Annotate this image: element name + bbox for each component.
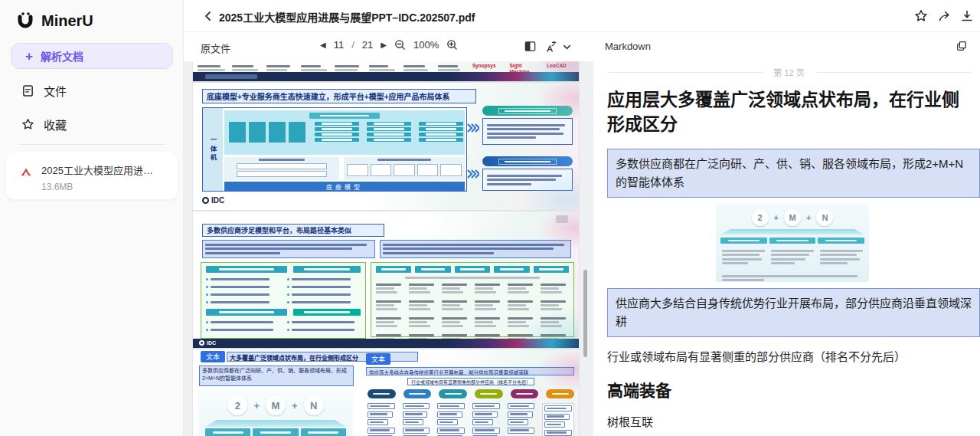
formula-panel: 2 + M + N (199, 389, 352, 436)
formula-circle: M (784, 209, 801, 226)
slide-title[interactable]: 多数供应商涉足模型和平台，布局路径基本类似 (202, 224, 384, 237)
markdown-highlight-block[interactable]: 供应商大多结合自身传统优势行业开展布局，部分供应商沿垂直领域深耕 (607, 288, 980, 337)
markdown-paragraph: 行业或领域布局有显著侧重的部分供应商（排名不分先后） (607, 348, 980, 364)
pdf-page-2[interactable]: 底座模型+专业服务商生态快速建立，形成平台+模型+应用产品布局体系 一体机 (193, 83, 579, 210)
markdown-highlight-block[interactable]: 多数供应商都在广泛向研、产、供、销、服各领域布局，形成2+M+N的智能体体系 (607, 149, 980, 198)
sidebar: MinerU + 解析文档 文件 收藏 2025工业大模型应用进展... 13 (0, 0, 184, 436)
chevron-down-icon[interactable] (562, 42, 576, 56)
back-button[interactable] (202, 10, 216, 24)
diagram-side-label: 一体机 (208, 136, 217, 163)
download-icon[interactable] (960, 9, 974, 23)
star-icon (21, 118, 34, 131)
file-icon (21, 84, 34, 97)
markdown-pane[interactable]: 第 12 页 应用层大多覆盖广泛领域点状布局，在行业侧形成区分 多数供应商都在广… (593, 61, 980, 436)
content-split: Synopsys Sight Machine LeoCAD 底座模型+专业服务商… (184, 61, 980, 436)
copy-icon[interactable] (956, 40, 969, 54)
left-capability-panel (201, 262, 366, 339)
pdf-page-4[interactable]: 文本 大多覆盖广泛领域点状布局，在行业侧形成区分 多数供应商都在广泛向研、产、供… (193, 349, 579, 436)
industry-vendor-stacks (368, 403, 574, 436)
idc-logo: IDC (199, 340, 216, 346)
slide-paragraph-box[interactable] (202, 240, 375, 258)
source-file-tab[interactable]: 原文件 (201, 41, 230, 55)
slide-footer-bar: IDC (193, 339, 579, 348)
main-area: 2025工业大模型应用进展与展望PPT–IDC.202507.pdf 原文件 ◀… (184, 0, 980, 436)
vendor-item: 树根互联 (607, 413, 980, 429)
pdf-page-1[interactable]: Synopsys Sight Machine LeoCAD (193, 61, 579, 81)
app-logo: MinerU (0, 0, 183, 31)
page-marker-row: 第 12 页 (607, 66, 980, 78)
pdf-page-3[interactable]: 多数供应商涉足模型和平台，布局路径基本类似 (193, 211, 579, 348)
formula-plus: + (774, 213, 779, 222)
page-current: 11 (334, 39, 345, 51)
formula-circle: M (266, 395, 286, 415)
pdf-viewer-pane[interactable]: Synopsys Sight Machine LeoCAD 底座模型+专业服务商… (184, 61, 593, 436)
slide-highlight-line[interactable]: 供应商大多结合自身传统优势行业开展布局，部分供应商沿垂直领域深耕 (366, 367, 574, 375)
markdown-heading: 应用层大多覆盖广泛领域点状布局，在行业侧形成区分 (607, 87, 973, 136)
formula-plus: + (253, 400, 260, 411)
formula-circle: 2 (227, 395, 247, 415)
favorite-star-icon[interactable] (914, 9, 928, 23)
sidebar-item-files[interactable]: 文件 (11, 77, 173, 104)
side-card-2 (482, 156, 573, 191)
formula-plus: + (292, 400, 298, 411)
chevron-arrow-icon (467, 123, 479, 133)
slide-paragraph-box[interactable]: 多数供应商都在广泛向研、产、供、销、服各领域布局，形成2+M+N的智能体体系 (199, 366, 354, 386)
page-total: 21 (362, 39, 373, 51)
formula-plus: + (806, 213, 811, 222)
markdown-subheading: 高端装备 (607, 378, 980, 401)
mineru-logo-icon (15, 11, 35, 31)
parse-document-label: 解析文档 (41, 48, 83, 64)
document-title: 2025工业大模型应用进展与展望PPT–IDC.202507.pdf (219, 9, 475, 25)
share-icon[interactable] (937, 9, 951, 23)
page-navigation: ◀ 11 / 21 ▶ 100% (320, 39, 458, 51)
pdf-file-icon (18, 166, 34, 181)
app-window: MinerU + 解析文档 文件 收藏 2025工业大模型应用进展... 13 (0, 0, 980, 436)
sidebar-item-favorites[interactable]: 收藏 (11, 110, 173, 138)
formula-circle: N (304, 395, 324, 415)
translate-icon[interactable] (545, 40, 559, 54)
prev-page-icon[interactable]: ◀ (320, 41, 326, 49)
file-name: 2025工业大模型应用进展... (41, 162, 161, 177)
side-card-1 (482, 106, 573, 145)
formula-circle: N (816, 209, 833, 226)
annotation-tag-text[interactable]: 文本 (366, 353, 390, 365)
sidebar-item-label: 文件 (44, 83, 67, 99)
chevron-arrow-icon (467, 169, 479, 179)
zoom-out-icon[interactable] (394, 39, 406, 51)
markdown-tab[interactable]: Markdown (605, 41, 651, 52)
slide-footer-bar (193, 72, 579, 81)
slide-title[interactable]: 底座模型+专业服务商生态快速建立，形成平台+模型+应用产品布局体系 (202, 89, 476, 103)
viewer-toolbar: 原文件 ◀ 11 / 21 ▶ 100% (184, 32, 980, 61)
pdf-scrollbar-thumb[interactable] (583, 270, 587, 357)
sidebar-item-label: 收藏 (44, 116, 67, 133)
slide-corner-icon (556, 215, 568, 223)
architecture-diagram: 一体机 (202, 107, 467, 192)
next-page-icon[interactable]: ▶ (381, 41, 387, 49)
formula-circle: 2 (752, 209, 769, 226)
right-vendor-panel (371, 262, 574, 337)
app-title: MinerU (41, 12, 93, 30)
slide-subline[interactable]: 行业或领域布局有显著侧重的部分供应商（排名不分先后） (407, 378, 534, 385)
page-separator: / (351, 39, 354, 51)
split-view-icon[interactable] (524, 40, 537, 54)
sidebar-divider (18, 144, 165, 145)
document-header: 2025工业大模型应用进展与展望PPT–IDC.202507.pdf (184, 0, 980, 32)
file-list-item[interactable]: 2025工业大模型应用进展... 13.6MB (6, 152, 178, 199)
page-marker: 第 12 页 (773, 66, 804, 78)
annotation-tag-text[interactable]: 文本 (201, 351, 225, 362)
markdown-figure[interactable]: 2 + M + N (716, 204, 869, 282)
file-size: 13.6MB (41, 182, 161, 192)
plus-icon: + (25, 50, 33, 63)
slide-paragraph-box[interactable] (380, 240, 571, 258)
zoom-level: 100% (413, 39, 439, 51)
idc-logo: IDC (202, 196, 224, 205)
base-model-bar: 底座模型 (224, 182, 465, 191)
zoom-in-icon[interactable] (446, 39, 458, 51)
parse-document-button[interactable]: + 解析文档 (11, 43, 173, 69)
industry-pills-row (368, 389, 574, 398)
